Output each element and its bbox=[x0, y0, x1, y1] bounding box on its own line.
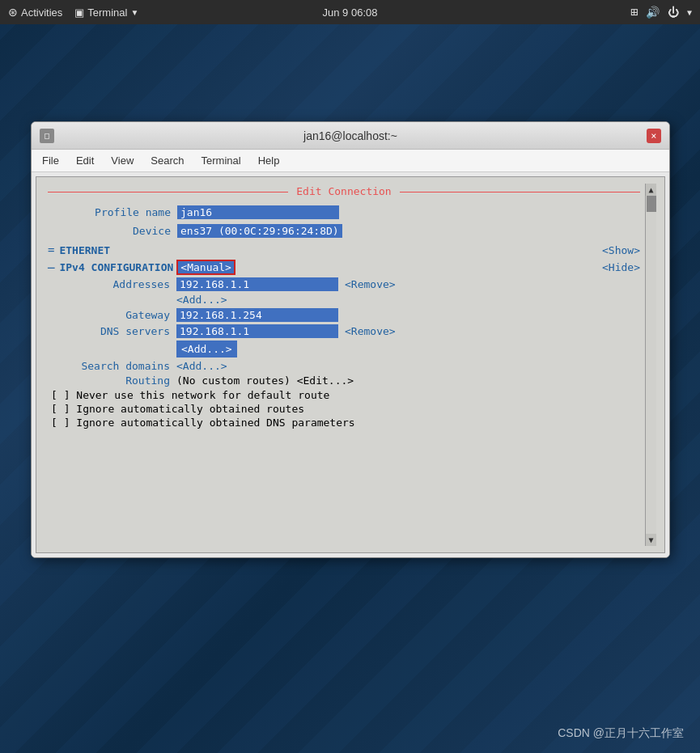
terminal-icon-char: □ bbox=[45, 131, 49, 140]
nmtui-area: ▲ ▼ Edit Connection bbox=[32, 172, 669, 557]
panel-right: ⊞ 🔊 ⏻ ▼ bbox=[630, 5, 692, 19]
menu-edit[interactable]: Edit bbox=[70, 152, 100, 169]
menu-help[interactable]: Help bbox=[252, 152, 286, 169]
watermark: CSDN @正月十六工作室 bbox=[558, 726, 684, 741]
checkbox-2[interactable]: [ ] Ignore automatically obtained routes bbox=[51, 403, 304, 415]
dns-add-button[interactable]: <Add...> bbox=[176, 341, 237, 357]
address-remove-button[interactable]: <Remove> bbox=[345, 278, 396, 290]
checkbox-row-3[interactable]: [ ] Ignore automatically obtained DNS pa… bbox=[48, 417, 640, 429]
system-chevron-icon: ▼ bbox=[687, 8, 692, 17]
terminal-menu-button[interactable]: ▣ Terminal ▼ bbox=[74, 6, 138, 19]
network-icon[interactable]: ⊞ bbox=[630, 5, 638, 19]
top-panel: ⊛ Activities ▣ Terminal ▼ Jun 9 06:08 ⊞ … bbox=[0, 0, 700, 24]
checkbox-row-1[interactable]: [ ] Never use this network for default r… bbox=[48, 389, 640, 401]
routing-label: Routing bbox=[51, 374, 176, 387]
panel-left: ⊛ Activities ▣ Terminal ▼ bbox=[8, 6, 138, 19]
search-domains-add-button[interactable]: <Add...> bbox=[176, 360, 227, 372]
checkbox-row-2[interactable]: [ ] Ignore automatically obtained routes bbox=[48, 403, 640, 415]
profile-label: Profile name bbox=[48, 206, 177, 218]
scroll-track bbox=[646, 196, 656, 534]
gateway-value[interactable]: 192.168.1.254 bbox=[176, 308, 338, 322]
dns-value[interactable]: 192.168.1.1 bbox=[176, 324, 338, 338]
menu-search[interactable]: Search bbox=[144, 152, 190, 169]
watermark-text: CSDN @正月十六工作室 bbox=[558, 726, 684, 739]
ipv4-toggle[interactable]: ─ bbox=[48, 261, 54, 274]
device-row: Device ens37 (00:0C:29:96:24:8D) bbox=[48, 222, 640, 239]
checkbox-3[interactable]: [ ] Ignore automatically obtained DNS pa… bbox=[51, 417, 355, 429]
terminal-chevron-icon: ▼ bbox=[130, 8, 138, 17]
terminal-panel-label: Terminal bbox=[87, 6, 127, 19]
scrollbar[interactable]: ▲ ▼ bbox=[645, 184, 656, 546]
close-button[interactable]: × bbox=[647, 129, 661, 143]
dns-remove-button[interactable]: <Remove> bbox=[345, 325, 396, 337]
profile-value[interactable]: jan16 bbox=[177, 205, 339, 219]
device-value[interactable]: ens37 (00:0C:29:96:24:8D) bbox=[177, 224, 342, 238]
addresses-label: Addresses bbox=[51, 278, 176, 290]
dialog-title: Edit Connection bbox=[288, 185, 399, 197]
ethernet-toggle[interactable]: = bbox=[48, 243, 54, 256]
ethernet-section: = ETHERNET <Show> bbox=[48, 243, 640, 256]
activities-label: Activities bbox=[21, 6, 62, 19]
routing-row: Routing (No custom routes) <Edit...> bbox=[48, 374, 640, 387]
add-address-row: <Add...> bbox=[48, 294, 640, 306]
form-area: Edit Connection Profile name jan16 Devic… bbox=[45, 184, 643, 432]
menu-terminal[interactable]: Terminal bbox=[195, 152, 248, 169]
checkbox-1[interactable]: [ ] Never use this network for default r… bbox=[51, 389, 329, 401]
ethernet-show-button[interactable]: <Show> bbox=[602, 244, 640, 256]
search-domains-row: Search domains <Add...> bbox=[48, 360, 640, 372]
gateway-label: Gateway bbox=[51, 309, 176, 321]
sound-icon[interactable]: 🔊 bbox=[646, 6, 660, 19]
dns-add-row: <Add...> bbox=[48, 341, 640, 357]
scroll-up-button[interactable]: ▲ bbox=[647, 184, 655, 196]
gateway-row: Gateway 192.168.1.254 bbox=[48, 308, 640, 322]
menu-view[interactable]: View bbox=[104, 152, 140, 169]
dialog-title-bar: Edit Connection bbox=[48, 185, 640, 197]
addresses-row: Addresses 192.168.1.1 <Remove> bbox=[48, 277, 640, 291]
ipv4-label: IPv4 CONFIGURATION bbox=[59, 261, 173, 273]
nmtui-dialog[interactable]: ▲ ▼ Edit Connection bbox=[36, 176, 665, 553]
terminal-title: jan16@localhost:~ bbox=[303, 129, 397, 142]
datetime-text: Jun 9 06:08 bbox=[323, 6, 378, 19]
routing-value[interactable]: (No custom routes) <Edit...> bbox=[176, 374, 354, 387]
profile-row: Profile name jan16 bbox=[48, 204, 640, 220]
terminal-content: ▲ ▼ Edit Connection bbox=[32, 172, 669, 557]
datetime-display: Jun 9 06:08 bbox=[323, 6, 378, 19]
edit-connection-dialog: ▲ ▼ Edit Connection bbox=[45, 184, 656, 546]
ipv4-section-header: ─ IPv4 CONFIGURATION <Manual> <Hide> bbox=[48, 260, 640, 275]
power-icon[interactable]: ⏻ bbox=[668, 6, 679, 19]
terminal-icon: ▣ bbox=[74, 6, 84, 19]
terminal-window-icon: □ bbox=[40, 129, 54, 143]
activities-button[interactable]: ⊛ Activities bbox=[8, 6, 62, 19]
address-value[interactable]: 192.168.1.1 bbox=[176, 277, 338, 291]
add-address-button[interactable]: <Add...> bbox=[176, 294, 227, 306]
terminal-titlebar: □ jan16@localhost:~ × bbox=[32, 122, 669, 150]
dns-label: DNS servers bbox=[51, 325, 176, 337]
ipv4-hide-button[interactable]: <Hide> bbox=[602, 261, 640, 273]
dns-row: DNS servers 192.168.1.1 <Remove> bbox=[48, 324, 640, 338]
terminal-window: □ jan16@localhost:~ × File Edit View Sea… bbox=[31, 121, 670, 558]
ethernet-label: ETHERNET bbox=[59, 244, 110, 256]
gnome-icon: ⊛ bbox=[8, 6, 18, 19]
menu-file[interactable]: File bbox=[36, 152, 66, 169]
ipv4-mode-button[interactable]: <Manual> bbox=[176, 260, 235, 275]
device-label: Device bbox=[48, 225, 177, 237]
scroll-thumb[interactable] bbox=[647, 196, 656, 212]
menu-bar: File Edit View Search Terminal Help bbox=[32, 150, 669, 172]
scroll-down-button[interactable]: ▼ bbox=[647, 534, 655, 546]
search-domains-label: Search domains bbox=[51, 360, 176, 372]
